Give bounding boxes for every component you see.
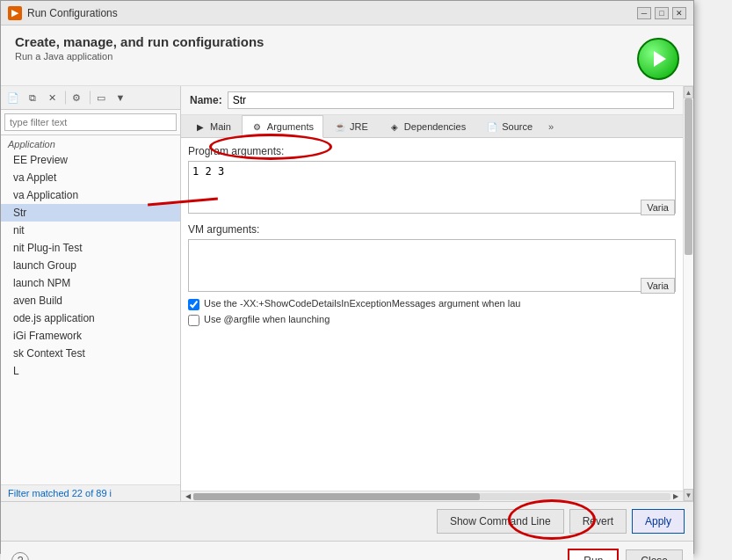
close-button-footer[interactable]: Close — [626, 549, 683, 560]
tab-jre-label: JRE — [350, 121, 368, 132]
program-args-wrapper: 1 2 3 Varia — [188, 161, 676, 216]
apply-button[interactable]: Apply — [632, 509, 685, 534]
collapse-icon[interactable]: ▭ — [92, 89, 110, 106]
tree-section-application: Application — [1, 135, 180, 151]
run-configurations-dialog: ▶ Run Configurations ─ □ ✕ Create, manag… — [0, 0, 694, 554]
checkbox-show-code-details: Use the -XX:+ShowCodeDetailsInExceptionM… — [188, 298, 676, 310]
tab-more-button[interactable]: » — [543, 118, 559, 135]
dialog-title: Run Configurations — [27, 7, 637, 19]
list-item[interactable]: va Applet — [1, 169, 180, 186]
filter-icon[interactable]: ⚙ — [68, 89, 85, 106]
run-button[interactable]: Run — [568, 549, 619, 560]
tab-main[interactable]: ▶ Main — [185, 115, 241, 137]
dependencies-tab-icon: ◈ — [388, 120, 401, 133]
argfile-checkbox[interactable] — [188, 315, 199, 326]
maximize-button[interactable]: □ — [655, 7, 669, 19]
show-code-details-label: Use the -XX:+ShowCodeDetailsInExceptionM… — [204, 298, 520, 309]
left-panel: 📄 ⧉ ✕ ⚙ ▭ ▼ Application EE Preview va Ap… — [1, 86, 181, 501]
scroll-left-arrow[interactable]: ◀ — [183, 491, 193, 502]
revert-button[interactable]: Revert — [569, 509, 627, 534]
list-item-str[interactable]: Str — [1, 204, 180, 222]
action-buttons-row: Show Command Line Revert Apply — [1, 501, 693, 541]
program-args-label: Program arguments: — [188, 145, 676, 157]
header-title: Create, manage, and run configurations — [15, 34, 264, 49]
header-subtitle: Run a Java application — [15, 51, 264, 62]
header-section: Create, manage, and run configurations R… — [1, 25, 693, 86]
argfile-label: Use @argfile when launching — [204, 314, 330, 324]
new-config-icon[interactable]: 📄 — [4, 89, 22, 106]
title-bar: ▶ Run Configurations ─ □ ✕ — [1, 1, 693, 25]
list-item-context-test[interactable]: sk Context Test — [1, 345, 180, 362]
dialog-icon: ▶ — [8, 6, 22, 20]
header-text: Create, manage, and run configurations R… — [15, 34, 264, 62]
tab-source[interactable]: 📄 Source — [476, 115, 542, 137]
toolbar-separator-2 — [87, 91, 91, 105]
vm-section: VM arguments: Varia — [188, 223, 676, 295]
toolbar-row: 📄 ⧉ ✕ ⚙ ▭ ▼ — [1, 86, 180, 110]
list-item[interactable]: aven Build — [1, 292, 180, 309]
list-item[interactable]: launch NPM — [1, 274, 180, 292]
vertical-scroll-track[interactable] — [684, 98, 693, 489]
scrollbar-thumb — [193, 493, 480, 500]
main-body: 📄 ⧉ ✕ ⚙ ▭ ▼ Application EE Preview va Ap… — [1, 86, 693, 501]
list-item[interactable]: EE Preview — [1, 151, 180, 169]
main-tab-icon: ▶ — [194, 120, 207, 133]
vertical-scroll-thumb — [685, 98, 692, 255]
tab-jre[interactable]: ☕ JRE — [324, 115, 378, 137]
scroll-up-arrow[interactable]: ▲ — [684, 86, 693, 98]
tab-arguments[interactable]: ⚙ Arguments — [242, 115, 323, 138]
scroll-down-arrow[interactable]: ▼ — [684, 489, 693, 501]
filter-box — [1, 110, 180, 135]
tab-arguments-label: Arguments — [267, 121, 314, 132]
horizontal-scrollbar[interactable]: ◀ ▶ — [181, 491, 683, 501]
name-label: Name: — [190, 94, 222, 106]
program-variables-button[interactable]: Varia — [641, 200, 675, 215]
copy-config-icon[interactable]: ⧉ — [24, 89, 41, 106]
vm-args-label: VM arguments: — [188, 223, 676, 236]
window-controls: ─ □ ✕ — [637, 7, 686, 19]
tab-main-label: Main — [210, 121, 231, 132]
list-item[interactable]: nit — [1, 222, 180, 239]
vm-variables-button[interactable]: Varia — [641, 278, 675, 294]
arguments-tab-icon: ⚙ — [251, 120, 264, 133]
vm-args-wrapper: Varia — [188, 239, 676, 295]
list-item[interactable]: ode.js application — [1, 309, 180, 327]
tab-source-label: Source — [502, 121, 533, 132]
right-panel: Name: ▶ Main ⚙ Arguments ☕ JRE ◈ — [181, 86, 683, 501]
list-item[interactable]: nit Plug-in Test — [1, 239, 180, 257]
scroll-right-arrow[interactable]: ▶ — [670, 491, 681, 502]
vm-args-input[interactable] — [188, 239, 676, 292]
filter-status: Filter matched 22 of 89 i — [1, 484, 180, 501]
config-tree: Application EE Preview va Applet va Appl… — [1, 135, 180, 484]
tab-dependencies[interactable]: ◈ Dependencies — [379, 115, 475, 137]
tab-content-arguments: Program arguments: 1 2 3 Varia VM argume… — [181, 138, 683, 491]
scrollbar-track[interactable] — [193, 493, 670, 500]
run-big-button[interactable] — [637, 38, 679, 80]
show-code-details-checkbox[interactable] — [188, 299, 199, 310]
filter-input[interactable] — [4, 113, 177, 131]
dialog-footer: ? Run Close — [1, 541, 693, 560]
list-item[interactable]: launch Group — [1, 257, 180, 274]
minimize-button[interactable]: ─ — [637, 7, 651, 19]
checkbox-argfile: Use @argfile when launching — [188, 314, 676, 326]
jre-tab-icon: ☕ — [334, 120, 346, 133]
help-button[interactable]: ? — [11, 552, 29, 560]
list-item[interactable]: iGi Framework — [1, 327, 180, 345]
name-row: Name: — [181, 86, 683, 115]
config-name-input[interactable] — [228, 91, 674, 109]
show-command-line-button[interactable]: Show Command Line — [437, 509, 564, 534]
source-tab-icon: 📄 — [486, 120, 498, 133]
toolbar-separator-1 — [62, 91, 66, 105]
list-item[interactable]: va Application — [1, 186, 180, 204]
tab-dependencies-label: Dependencies — [404, 121, 466, 132]
vertical-scrollbar[interactable]: ▲ ▼ — [683, 86, 693, 501]
close-button[interactable]: ✕ — [672, 7, 686, 19]
program-args-input[interactable]: 1 2 3 — [188, 161, 676, 214]
delete-config-icon[interactable]: ✕ — [43, 89, 61, 106]
expand-icon[interactable]: ▼ — [112, 89, 129, 106]
list-item[interactable]: L — [1, 362, 180, 380]
tabs-row: ▶ Main ⚙ Arguments ☕ JRE ◈ Dependencies … — [181, 115, 683, 138]
